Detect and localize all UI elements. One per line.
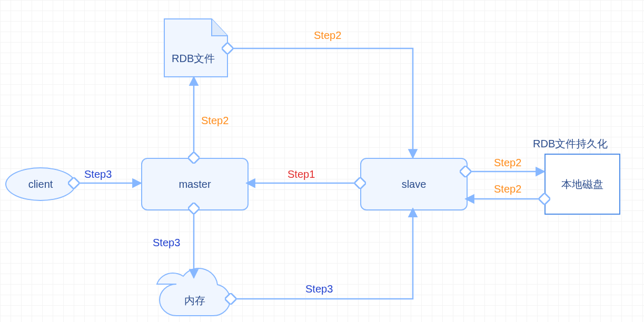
edge-label-step1: Step1 [288, 168, 315, 180]
edge-label-disk-slave: Step2 [494, 183, 521, 195]
edge-label-master-rdb: Step2 [201, 115, 229, 127]
node-client: client [5, 167, 76, 201]
node-rdb-file-label: RDB文件 [172, 52, 215, 66]
diagram-canvas: client master slave 本地磁盘 RDB文件持久化 [0, 0, 644, 322]
title-rdb-persist: RDB文件持久化 [533, 137, 608, 151]
edge-label-memory-slave: Step3 [305, 283, 333, 295]
edge-label-master-memory: Step3 [153, 237, 180, 249]
edge-label-rdb-slave: Step2 [314, 29, 341, 42]
node-local-disk: 本地磁盘 [544, 154, 620, 215]
edge-label-slave-disk: Step2 [494, 157, 521, 169]
node-master: master [141, 158, 249, 210]
edge-label-client-master: Step3 [84, 168, 112, 180]
node-memory-label: 内存 [184, 294, 205, 308]
node-slave: slave [360, 158, 468, 210]
